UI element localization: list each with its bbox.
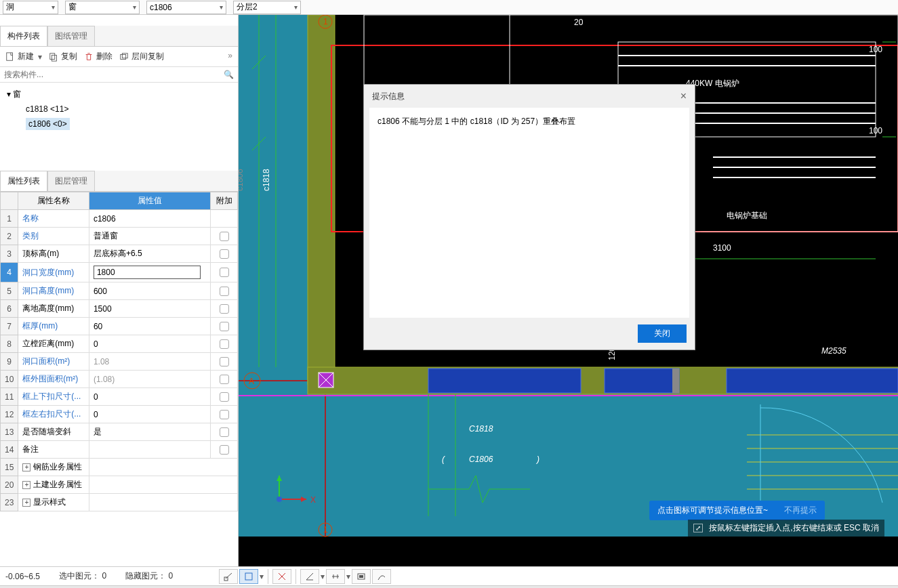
checkbox[interactable]	[220, 375, 229, 384]
prop-row[interactable]: 10框外围面积(m²)(1.08)	[1, 371, 238, 388]
svg-text:c1818: c1818	[262, 169, 271, 191]
snap-layer-button[interactable]	[352, 569, 371, 584]
svg-text:电锅炉基础: 电锅炉基础	[727, 211, 767, 220]
svg-text:C1806: C1806	[469, 455, 493, 464]
tab-layer-mgmt[interactable]: 图层管理	[47, 171, 95, 191]
prop-row[interactable]: 20+土建业务属性	[1, 476, 238, 494]
new-icon	[5, 52, 15, 62]
tree-root[interactable]: ▾ 窗	[7, 87, 231, 102]
dialog-title: 提示信息	[372, 91, 405, 102]
svg-rect-79	[359, 575, 363, 578]
combo-layer[interactable]: 分层2	[233, 1, 301, 14]
combo-category[interactable]: 洞	[3, 1, 58, 14]
checkbox[interactable]	[220, 287, 229, 296]
svg-text:1: 1	[323, 17, 328, 26]
taskbar	[0, 585, 898, 588]
prop-row[interactable]: 8立樘距离(mm)0	[1, 335, 238, 353]
prop-row[interactable]: 11框上下扣尺寸(...0	[1, 388, 238, 406]
delete-button[interactable]: 删除	[84, 51, 113, 62]
copy-icon	[49, 52, 58, 62]
info-dialog: 提示信息 × c1806 不能与分层 1 中的 c1818（ID 为 257）重…	[363, 84, 695, 350]
checkbox[interactable]	[220, 322, 229, 331]
tree-item-c1806[interactable]: c1806 <0>	[7, 116, 231, 132]
top-selector-bar: 洞 窗 c1806 分层2	[0, 0, 898, 15]
combo-component[interactable]: c1806	[146, 1, 226, 14]
col-value[interactable]: 属性值	[89, 192, 210, 210]
checkbox[interactable]	[220, 232, 229, 241]
dialog-close-button[interactable]: 关闭	[638, 324, 687, 343]
command-prompt: ⤢ 按鼠标左键指定插入点,按右键结束或 ESC 取消	[688, 520, 884, 537]
status-bar: -0.06~6.5 选中图元： 0 隐藏图元： 0 ▾ ▾ ▾	[0, 566, 898, 585]
left-panel: 构件列表 图纸管理 新建▾ 复制 删除 层间复制 » 🔍	[0, 15, 239, 566]
checkbox[interactable]	[220, 410, 229, 419]
checkbox[interactable]	[220, 392, 229, 402]
checkbox[interactable]	[220, 304, 229, 314]
prop-row[interactable]: 15+钢筋业务属性	[1, 459, 238, 476]
snap-angle-button[interactable]	[300, 569, 319, 584]
svg-line-71	[226, 573, 232, 579]
checkbox[interactable]	[220, 339, 229, 349]
svg-text:X: X	[310, 495, 316, 505]
svg-rect-2	[52, 55, 56, 61]
prop-row[interactable]: 1名称c1806	[1, 210, 238, 228]
prop-row[interactable]: 13是否随墙变斜是	[1, 423, 238, 441]
hint-dismiss[interactable]: 不再提示	[784, 505, 817, 516]
svg-text:A: A	[249, 377, 254, 386]
search-icon[interactable]: 🔍	[224, 70, 234, 79]
svg-text:3100: 3100	[713, 243, 731, 253]
svg-rect-1	[50, 53, 55, 59]
tab-component-list[interactable]: 构件列表	[0, 26, 47, 46]
prop-row[interactable]: 7框厚(mm)60	[1, 318, 238, 335]
svg-text:20: 20	[574, 18, 584, 27]
dialog-body: c1806 不能与分层 1 中的 c1818（ID 为 257）重叠布置	[369, 108, 689, 318]
new-button[interactable]: 新建▾	[5, 51, 42, 62]
search-input[interactable]	[4, 70, 224, 79]
svg-text:1: 1	[323, 525, 328, 534]
hint-text: 点击图标可调节提示信息位置~	[657, 505, 768, 516]
col-name: 属性名称	[18, 192, 89, 210]
svg-rect-16	[727, 369, 898, 393]
copy-button[interactable]: 复制	[49, 51, 77, 62]
svg-text:c1806: c1806	[239, 169, 245, 191]
svg-rect-13	[428, 369, 581, 393]
tree-item-c1818[interactable]: c1818 <11>	[7, 102, 231, 116]
layer-copy-button[interactable]: 层间复制	[119, 51, 164, 62]
prop-row[interactable]: 4洞口宽度(mm)	[1, 263, 238, 282]
svg-text:100: 100	[869, 45, 882, 54]
snap-ortho-button[interactable]	[239, 569, 258, 584]
prop-row[interactable]: 12框左右扣尺寸(...0	[1, 406, 238, 423]
svg-rect-72	[245, 573, 252, 580]
prop-value-input[interactable]	[94, 266, 201, 279]
svg-point-51	[277, 497, 282, 502]
svg-rect-0	[7, 52, 13, 60]
prop-row[interactable]: 6离地高度(mm)1500	[1, 300, 238, 318]
checkbox[interactable]	[220, 268, 229, 277]
checkbox[interactable]	[220, 357, 229, 366]
svg-text:100: 100	[869, 126, 882, 135]
snap-dim-button[interactable]	[326, 569, 345, 584]
tab-attrs-list[interactable]: 属性列表	[0, 171, 47, 191]
prop-row[interactable]: 2类别普通窗	[1, 228, 238, 245]
checkbox[interactable]	[220, 427, 229, 437]
prop-row[interactable]: 3顶标高(m)层底标高+6.5	[1, 245, 238, 263]
prop-row[interactable]: 14备注	[1, 441, 238, 459]
snap-cross-button[interactable]	[272, 569, 291, 584]
svg-rect-14	[605, 369, 679, 393]
checkbox[interactable]	[220, 249, 229, 259]
dialog-close-icon[interactable]: ×	[680, 90, 687, 102]
tab-drawing-mgmt[interactable]: 图纸管理	[47, 26, 95, 46]
col-extra: 附加	[211, 192, 238, 210]
combo-type[interactable]: 窗	[65, 1, 140, 14]
snap-endpoint-button[interactable]	[219, 569, 238, 584]
layer-copy-icon	[119, 52, 129, 62]
prop-row[interactable]: 23+显示样式	[1, 494, 238, 511]
component-toolbar: 新建▾ 复制 删除 层间复制 »	[0, 47, 238, 67]
prop-row[interactable]: 9洞口面积(m²)1.08	[1, 353, 238, 371]
component-tree: ▾ 窗 c1818 <11> c1806 <0>	[0, 83, 238, 171]
coord-range: -0.06~6.5	[5, 572, 40, 581]
checkbox[interactable]	[220, 445, 229, 455]
prop-row[interactable]: 5洞口高度(mm)600	[1, 282, 238, 300]
snap-curve-button[interactable]	[372, 569, 391, 584]
arrow-icon[interactable]: ⤢	[693, 524, 703, 532]
svg-rect-4	[122, 53, 127, 58]
